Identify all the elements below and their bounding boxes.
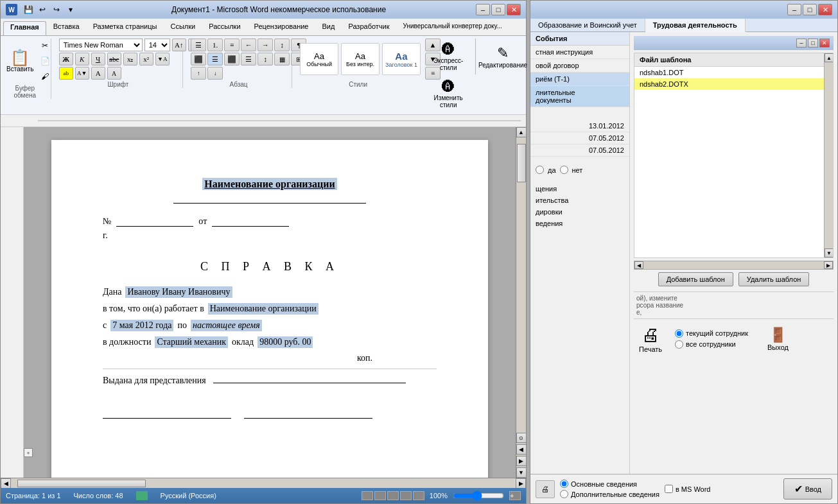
font-size-select[interactable]: 14 — [144, 39, 170, 51]
no-radio[interactable] — [560, 166, 568, 174]
events-item-hire[interactable]: риём (Т-1) — [530, 73, 629, 86]
template-item-2[interactable]: ndshab2.DOTX — [634, 78, 824, 90]
list-scroll-track[interactable] — [825, 62, 833, 248]
ms-word-checkbox[interactable] — [665, 485, 673, 493]
enter-btn[interactable]: ✔ Ввод — [783, 478, 832, 500]
cut-btn[interactable]: ✂ — [37, 39, 53, 53]
rp-close-btn[interactable]: ✕ — [818, 4, 832, 15]
main-info-radio[interactable] — [560, 480, 568, 488]
print-view-btn[interactable] — [387, 491, 399, 500]
italic-btn[interactable]: К — [75, 53, 89, 65]
decrease-indent-btn[interactable]: ← — [241, 39, 256, 51]
td-close-btn[interactable]: ✕ — [819, 39, 830, 48]
tab-references[interactable]: Ссылки — [164, 21, 202, 35]
rp-tab-work[interactable]: Трудовая деятельность — [645, 19, 746, 32]
reading-view-btn[interactable] — [374, 491, 386, 500]
superscript-btn[interactable]: x² — [139, 53, 153, 65]
print-small-btn[interactable]: 🖨 — [536, 480, 555, 498]
style-no-space[interactable]: Аа Без интер. — [341, 43, 380, 75]
shading-btn[interactable]: ▦ — [274, 53, 290, 65]
undo-qat-btn[interactable]: ↩ — [37, 4, 48, 15]
prev-page-btn[interactable]: ◀ — [516, 444, 527, 455]
events-item-docs[interactable]: лнительныедокументы — [530, 86, 629, 107]
events-item-instruction[interactable]: стная инструкция — [530, 46, 629, 59]
additional-info-radio[interactable] — [560, 490, 568, 498]
express-styles-btn[interactable]: 🅐 Экспресс-стили — [429, 39, 467, 74]
style-heading1[interactable]: Аа Заголовок 1 — [382, 43, 421, 75]
select-browse-btn[interactable]: ⊙ — [516, 433, 527, 443]
font-size-up2-btn[interactable]: A — [91, 67, 105, 80]
current-employee-radio[interactable] — [675, 329, 683, 338]
td-minimize-btn[interactable]: – — [796, 39, 807, 48]
tab-insert[interactable]: Вставка — [47, 21, 86, 35]
web-view-btn[interactable] — [400, 491, 412, 500]
increase-space-btn[interactable]: ↓ — [207, 67, 223, 80]
text-highlight-btn[interactable]: ab — [59, 67, 73, 80]
scroll-up-btn[interactable]: ▲ — [516, 127, 527, 137]
font-color-btn[interactable]: A▼ — [75, 67, 89, 80]
line-spacing-btn[interactable]: ↕ — [258, 53, 273, 65]
spell-check-icon[interactable] — [136, 491, 148, 500]
exit-btn[interactable]: 🚪 Выход — [767, 327, 789, 351]
decrease-space-btn[interactable]: ↑ — [191, 67, 206, 80]
subscript-btn[interactable]: x₂ — [123, 53, 137, 65]
font-size-down2-btn[interactable]: A — [107, 67, 121, 80]
minimize-btn[interactable]: – — [476, 4, 490, 15]
close-btn[interactable]: ✕ — [507, 4, 521, 15]
next-page-btn[interactable]: ▶ — [516, 456, 527, 466]
align-left-btn[interactable]: ⬛ — [191, 53, 206, 65]
bullets-btn[interactable]: ☰ — [191, 39, 206, 51]
events-item-contract[interactable]: овой договор — [530, 59, 629, 73]
rp-maximize-btn[interactable]: □ — [803, 4, 817, 15]
remove-template-btn[interactable]: Удалить шаблон — [738, 272, 810, 286]
align-right-btn[interactable]: ⬛ — [224, 53, 240, 65]
template-item-1[interactable]: ndshab1.DOT — [634, 67, 824, 78]
h-scroll-track[interactable] — [11, 479, 516, 488]
multilevel-btn[interactable]: ≡ — [224, 39, 240, 51]
change-styles-btn[interactable]: 🅐 Изменить стили — [429, 76, 467, 112]
zoom-in-btn[interactable]: + — [509, 491, 521, 500]
paste-button[interactable]: 📋 Вставить — [4, 43, 35, 79]
tab-home[interactable]: Главная — [3, 21, 46, 35]
underline-btn[interactable]: Ч — [91, 53, 105, 65]
h-scroll-thumb[interactable] — [17, 480, 146, 487]
redo-qat-btn[interactable]: ↪ — [51, 4, 62, 15]
format-painter-btn[interactable]: 🖌 — [37, 69, 53, 83]
save-qat-btn[interactable]: 💾 — [22, 4, 34, 15]
rp-tab-education[interactable]: Образование и Воинский учет — [530, 19, 645, 31]
print-btn[interactable]: 🖨 Печать — [639, 324, 662, 353]
h-scroll-left-btn[interactable]: ◀ — [1, 478, 11, 489]
tab-review[interactable]: Рецензирование — [248, 21, 315, 35]
editing-btn[interactable]: ✎ Редактирование — [484, 39, 522, 74]
h-scroll-right-btn[interactable]: ▶ — [516, 478, 526, 489]
bold-btn[interactable]: Ж — [59, 53, 73, 65]
add-template-btn[interactable]: Добавить шаблон — [658, 272, 733, 286]
list-scroll-up[interactable]: ▲ — [825, 53, 834, 62]
v-scroll-track[interactable] — [517, 137, 526, 431]
list-scroll-down[interactable]: ▼ — [825, 248, 834, 257]
tab-developer[interactable]: Разработчик — [342, 21, 396, 35]
tab-converter[interactable]: Универсальный конвертер доку... — [397, 21, 509, 35]
list-hscroll-left[interactable]: ◀ — [634, 261, 643, 269]
tab-page-layout[interactable]: Разметка страницы — [87, 21, 164, 35]
tab-view[interactable]: Вид — [316, 21, 342, 35]
rp-minimize-btn[interactable]: – — [787, 4, 801, 15]
outline-view-btn[interactable] — [413, 491, 424, 500]
list-hscroll-track[interactable] — [643, 262, 824, 268]
maximize-btn[interactable]: □ — [491, 4, 505, 15]
increase-font-btn[interactable]: A↑ — [172, 39, 186, 51]
numbering-btn[interactable]: 1. — [207, 39, 223, 51]
zoom-slider[interactable] — [453, 491, 504, 501]
v-scroll-thumb[interactable] — [517, 144, 526, 182]
all-employees-radio[interactable] — [675, 340, 683, 349]
copy-btn[interactable]: 📄 — [37, 54, 53, 68]
normal-view-btn[interactable] — [362, 491, 373, 500]
align-center-btn[interactable]: ☰ — [207, 53, 223, 65]
style-normal[interactable]: Аа Обычный — [300, 43, 338, 75]
scroll-down-btn[interactable]: ▼ — [516, 467, 527, 478]
font-name-select[interactable]: Times New Roman — [59, 39, 143, 51]
clear-format-btn[interactable]: ▼A — [155, 53, 170, 65]
yes-radio[interactable] — [536, 166, 544, 174]
td-maximize-btn[interactable]: □ — [808, 39, 818, 48]
more-qat-btn[interactable]: ▾ — [65, 4, 76, 15]
